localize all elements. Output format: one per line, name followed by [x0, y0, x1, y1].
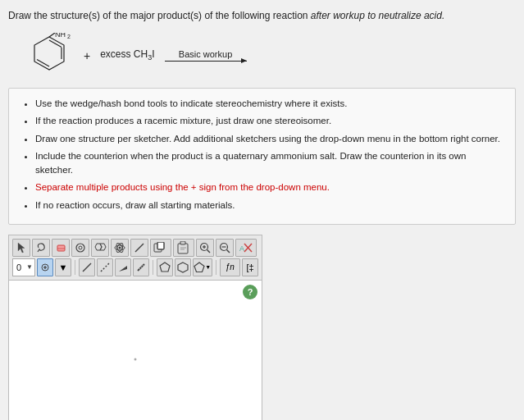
- svg-line-43: [141, 267, 142, 267]
- bracket-tool[interactable]: [‡: [242, 258, 258, 276]
- copy-tool[interactable]: [150, 239, 171, 257]
- polygon-tool[interactable]: [157, 258, 173, 276]
- lasso-tool[interactable]: [32, 239, 50, 257]
- svg-marker-40: [119, 266, 127, 272]
- instruction-item: If no reaction occurs, draw all starting…: [35, 199, 503, 212]
- toolbar-row1: A: [12, 239, 258, 257]
- wedge-bond-tool[interactable]: [115, 258, 131, 276]
- cursor-tool[interactable]: [12, 239, 30, 257]
- zoom-out-tool[interactable]: [216, 239, 234, 257]
- svg-text:2: 2: [67, 34, 71, 39]
- paste-tool[interactable]: [173, 239, 194, 257]
- svg-rect-21: [178, 244, 188, 253]
- svg-line-1: [49, 40, 62, 48]
- svg-rect-7: [57, 245, 65, 251]
- svg-line-26: [207, 249, 211, 253]
- instruction-item: If the reaction produces a racemic mixtu…: [35, 114, 503, 128]
- number-selector[interactable]: 0 ▼: [12, 258, 35, 276]
- svg-marker-47: [194, 262, 204, 272]
- instruction-item: Draw one structure per sketcher. Add add…: [35, 132, 503, 146]
- benzylamine-structure: NH 2: [25, 33, 74, 78]
- svg-line-44: [143, 265, 144, 266]
- clear-tool[interactable]: A: [235, 239, 257, 257]
- svg-marker-0: [34, 37, 64, 70]
- toolbar-row2: 0 ▼ ▼: [12, 258, 258, 276]
- reaction-arrow: Basic workup: [165, 49, 247, 62]
- crosshair-tool[interactable]: [37, 258, 53, 276]
- num-down-arrow[interactable]: ▼: [25, 263, 34, 271]
- help-button[interactable]: ?: [243, 285, 257, 299]
- svg-line-42: [139, 268, 140, 269]
- question-prompt: Draw the structure(s) of the major produ…: [8, 8, 516, 23]
- sketcher-wrapper: ? ChemDoodle® ✓: [8, 280, 262, 420]
- svg-point-16: [119, 246, 121, 249]
- svg-rect-22: [180, 241, 185, 244]
- svg-marker-46: [178, 262, 188, 272]
- svg-point-10: [79, 246, 82, 249]
- sketcher-canvas[interactable]: ? ChemDoodle®: [8, 280, 262, 420]
- ring-tool[interactable]: [71, 239, 89, 257]
- chemdoodle-toolbar-wrapper: A 0 ▼ ▼: [8, 235, 516, 280]
- atom-tool[interactable]: [111, 239, 129, 257]
- zoom-in-tool[interactable]: [196, 239, 214, 257]
- svg-line-17: [135, 244, 144, 252]
- pentagon-tool[interactable]: ▼: [193, 258, 212, 276]
- svg-marker-45: [160, 262, 170, 272]
- svg-text:A: A: [239, 244, 244, 253]
- instruction-item: Separate multiple products using the + s…: [35, 180, 503, 194]
- svg-line-39: [101, 263, 109, 272]
- svg-line-3: [37, 60, 49, 67]
- toolbar-container: A 0 ▼ ▼: [8, 235, 262, 280]
- svg-line-30: [227, 249, 230, 253]
- ring2-tool[interactable]: [91, 239, 109, 257]
- instruction-item: Include the counterion when the product …: [35, 149, 503, 178]
- instructions-list: Use the wedge/hash bond tools to indicat…: [21, 97, 503, 212]
- arrow-tool[interactable]: ▼: [55, 258, 71, 276]
- dotted-line-tool[interactable]: [97, 258, 113, 276]
- svg-text:NH: NH: [55, 33, 66, 39]
- svg-marker-12: [100, 244, 106, 250]
- reaction-display: NH 2 + excess CH3I Basic workup: [25, 33, 516, 78]
- svg-point-9: [76, 244, 84, 252]
- eraser-tool[interactable]: [52, 239, 70, 257]
- hexagon-tool[interactable]: [175, 258, 191, 276]
- svg-line-4: [49, 33, 55, 37]
- plus-sign: +: [84, 49, 90, 62]
- hash-bond-tool[interactable]: [133, 258, 149, 276]
- bond-tool[interactable]: [130, 239, 148, 257]
- instructions-box: Use the wedge/hash bond tools to indicat…: [8, 88, 516, 225]
- num-value: 0: [13, 262, 25, 272]
- svg-rect-19: [157, 242, 164, 249]
- formula-tool[interactable]: ƒn: [220, 258, 240, 276]
- sketcher-center-dot: [134, 358, 137, 361]
- svg-line-38: [83, 263, 91, 272]
- single-bond-tool[interactable]: [79, 258, 95, 276]
- reagent: excess CH3I: [100, 48, 154, 62]
- instruction-item: Use the wedge/hash bond tools to indicat…: [35, 97, 503, 111]
